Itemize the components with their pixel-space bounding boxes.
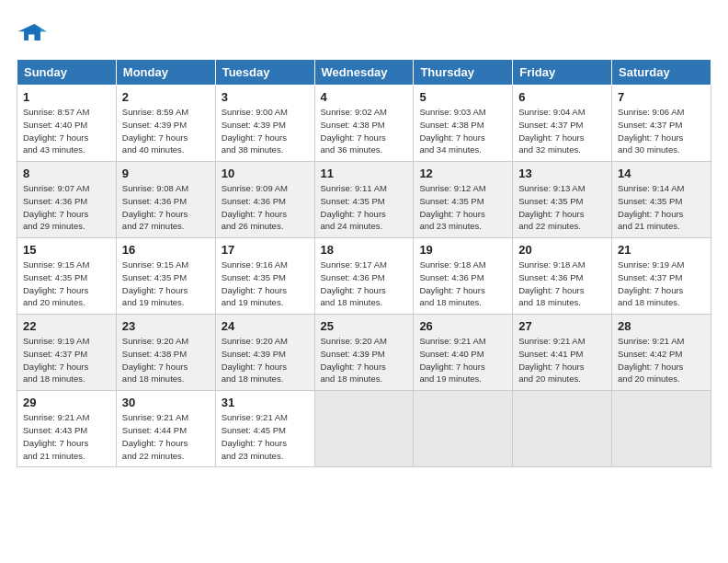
- week-row-2: 8Sunrise: 9:07 AM Sunset: 4:36 PM Daylig…: [17, 162, 711, 238]
- dow-header-wednesday: Wednesday: [314, 60, 414, 86]
- dow-header-tuesday: Tuesday: [215, 60, 314, 86]
- header: [17, 17, 711, 50]
- day-cell-3: 3Sunrise: 9:00 AM Sunset: 4:39 PM Daylig…: [215, 86, 314, 162]
- day-info: Sunrise: 9:21 AM Sunset: 4:43 PM Dayligh…: [23, 411, 110, 462]
- day-info: Sunrise: 9:19 AM Sunset: 4:37 PM Dayligh…: [618, 259, 705, 309]
- week-row-4: 22Sunrise: 9:19 AM Sunset: 4:37 PM Dayli…: [17, 315, 711, 391]
- day-info: Sunrise: 9:07 AM Sunset: 4:36 PM Dayligh…: [23, 182, 110, 233]
- day-info: Sunrise: 9:15 AM Sunset: 4:35 PM Dayligh…: [23, 259, 110, 309]
- day-cell-11: 11Sunrise: 9:11 AM Sunset: 4:35 PM Dayli…: [314, 162, 414, 238]
- svg-marker-0: [18, 24, 47, 40]
- day-number: 15: [23, 243, 110, 257]
- day-number: 4: [321, 90, 408, 104]
- day-cell-8: 8Sunrise: 9:07 AM Sunset: 4:36 PM Daylig…: [17, 162, 117, 238]
- empty-cell: [513, 391, 612, 467]
- day-info: Sunrise: 9:18 AM Sunset: 4:36 PM Dayligh…: [518, 259, 606, 309]
- day-cell-7: 7Sunrise: 9:06 AM Sunset: 4:37 PM Daylig…: [612, 86, 711, 162]
- day-cell-4: 4Sunrise: 9:02 AM Sunset: 4:38 PM Daylig…: [314, 86, 414, 162]
- day-number: 26: [419, 319, 506, 333]
- dow-header-thursday: Thursday: [414, 60, 513, 86]
- day-info: Sunrise: 9:08 AM Sunset: 4:36 PM Dayligh…: [122, 182, 210, 233]
- day-number: 5: [419, 90, 506, 104]
- day-number: 16: [122, 243, 210, 257]
- day-info: Sunrise: 9:14 AM Sunset: 4:35 PM Dayligh…: [618, 182, 705, 233]
- day-cell-22: 22Sunrise: 9:19 AM Sunset: 4:37 PM Dayli…: [17, 315, 117, 391]
- day-info: Sunrise: 8:59 AM Sunset: 4:39 PM Dayligh…: [122, 106, 210, 156]
- logo: [17, 17, 53, 50]
- week-row-5: 29Sunrise: 9:21 AM Sunset: 4:43 PM Dayli…: [17, 391, 711, 467]
- day-info: Sunrise: 9:04 AM Sunset: 4:37 PM Dayligh…: [518, 106, 606, 156]
- logo-icon: [17, 17, 50, 50]
- day-cell-5: 5Sunrise: 9:03 AM Sunset: 4:38 PM Daylig…: [414, 86, 513, 162]
- day-info: Sunrise: 9:18 AM Sunset: 4:36 PM Dayligh…: [419, 259, 506, 309]
- dow-header-saturday: Saturday: [612, 60, 711, 86]
- day-cell-27: 27Sunrise: 9:21 AM Sunset: 4:41 PM Dayli…: [513, 315, 612, 391]
- day-cell-15: 15Sunrise: 9:15 AM Sunset: 4:35 PM Dayli…: [17, 238, 117, 315]
- day-number: 14: [618, 167, 705, 180]
- day-number: 2: [122, 90, 210, 104]
- day-of-week-row: SundayMondayTuesdayWednesdayThursdayFrid…: [17, 60, 711, 86]
- day-cell-29: 29Sunrise: 9:21 AM Sunset: 4:43 PM Dayli…: [17, 391, 117, 467]
- day-number: 1: [23, 90, 110, 104]
- day-cell-17: 17Sunrise: 9:16 AM Sunset: 4:35 PM Dayli…: [215, 238, 314, 315]
- week-row-1: 1Sunrise: 8:57 AM Sunset: 4:40 PM Daylig…: [17, 86, 711, 162]
- day-info: Sunrise: 9:19 AM Sunset: 4:37 PM Dayligh…: [23, 335, 110, 385]
- day-number: 20: [518, 243, 606, 257]
- day-cell-24: 24Sunrise: 9:20 AM Sunset: 4:39 PM Dayli…: [215, 315, 314, 391]
- day-number: 17: [222, 243, 309, 257]
- day-cell-1: 1Sunrise: 8:57 AM Sunset: 4:40 PM Daylig…: [17, 86, 117, 162]
- day-info: Sunrise: 9:06 AM Sunset: 4:37 PM Dayligh…: [618, 106, 705, 156]
- day-info: Sunrise: 9:15 AM Sunset: 4:35 PM Dayligh…: [122, 259, 210, 309]
- day-info: Sunrise: 9:02 AM Sunset: 4:38 PM Dayligh…: [321, 106, 408, 156]
- day-info: Sunrise: 9:17 AM Sunset: 4:36 PM Dayligh…: [321, 259, 408, 309]
- day-number: 8: [23, 167, 110, 180]
- day-cell-25: 25Sunrise: 9:20 AM Sunset: 4:39 PM Dayli…: [314, 315, 414, 391]
- day-info: Sunrise: 9:21 AM Sunset: 4:44 PM Dayligh…: [122, 411, 210, 462]
- day-cell-9: 9Sunrise: 9:08 AM Sunset: 4:36 PM Daylig…: [116, 162, 215, 238]
- empty-cell: [314, 391, 414, 467]
- day-number: 10: [222, 167, 309, 180]
- day-number: 11: [321, 167, 408, 180]
- day-info: Sunrise: 9:16 AM Sunset: 4:35 PM Dayligh…: [222, 259, 309, 309]
- day-number: 27: [518, 319, 606, 333]
- day-cell-16: 16Sunrise: 9:15 AM Sunset: 4:35 PM Dayli…: [116, 238, 215, 315]
- day-number: 31: [222, 396, 309, 409]
- day-info: Sunrise: 9:03 AM Sunset: 4:38 PM Dayligh…: [419, 106, 506, 156]
- day-info: Sunrise: 9:00 AM Sunset: 4:39 PM Dayligh…: [222, 106, 309, 156]
- dow-header-monday: Monday: [116, 60, 215, 86]
- day-number: 7: [618, 90, 705, 104]
- day-number: 3: [222, 90, 309, 104]
- day-number: 6: [518, 90, 606, 104]
- day-info: Sunrise: 9:20 AM Sunset: 4:39 PM Dayligh…: [321, 335, 408, 385]
- day-cell-23: 23Sunrise: 9:20 AM Sunset: 4:38 PM Dayli…: [116, 315, 215, 391]
- day-number: 28: [618, 319, 705, 333]
- day-cell-30: 30Sunrise: 9:21 AM Sunset: 4:44 PM Dayli…: [116, 391, 215, 467]
- day-number: 30: [122, 396, 210, 409]
- day-number: 21: [618, 243, 705, 257]
- day-info: Sunrise: 9:21 AM Sunset: 4:45 PM Dayligh…: [222, 411, 309, 462]
- day-cell-20: 20Sunrise: 9:18 AM Sunset: 4:36 PM Dayli…: [513, 238, 612, 315]
- day-cell-18: 18Sunrise: 9:17 AM Sunset: 4:36 PM Dayli…: [314, 238, 414, 315]
- day-info: Sunrise: 9:21 AM Sunset: 4:42 PM Dayligh…: [618, 335, 705, 385]
- day-info: Sunrise: 9:21 AM Sunset: 4:40 PM Dayligh…: [419, 335, 506, 385]
- day-cell-19: 19Sunrise: 9:18 AM Sunset: 4:36 PM Dayli…: [414, 238, 513, 315]
- day-number: 29: [23, 396, 110, 409]
- day-cell-14: 14Sunrise: 9:14 AM Sunset: 4:35 PM Dayli…: [612, 162, 711, 238]
- page: SundayMondayTuesdayWednesdayThursdayFrid…: [0, 0, 728, 563]
- empty-cell: [612, 391, 711, 467]
- day-number: 22: [23, 319, 110, 333]
- dow-header-sunday: Sunday: [17, 60, 117, 86]
- day-info: Sunrise: 9:20 AM Sunset: 4:39 PM Dayligh…: [222, 335, 309, 385]
- week-row-3: 15Sunrise: 9:15 AM Sunset: 4:35 PM Dayli…: [17, 238, 711, 315]
- day-cell-21: 21Sunrise: 9:19 AM Sunset: 4:37 PM Dayli…: [612, 238, 711, 315]
- day-cell-13: 13Sunrise: 9:13 AM Sunset: 4:35 PM Dayli…: [513, 162, 612, 238]
- day-number: 12: [419, 167, 506, 180]
- day-number: 13: [518, 167, 606, 180]
- dow-header-friday: Friday: [513, 60, 612, 86]
- day-cell-12: 12Sunrise: 9:12 AM Sunset: 4:35 PM Dayli…: [414, 162, 513, 238]
- day-number: 25: [321, 319, 408, 333]
- day-number: 19: [419, 243, 506, 257]
- day-info: Sunrise: 9:11 AM Sunset: 4:35 PM Dayligh…: [321, 182, 408, 233]
- day-number: 24: [222, 319, 309, 333]
- empty-cell: [414, 391, 513, 467]
